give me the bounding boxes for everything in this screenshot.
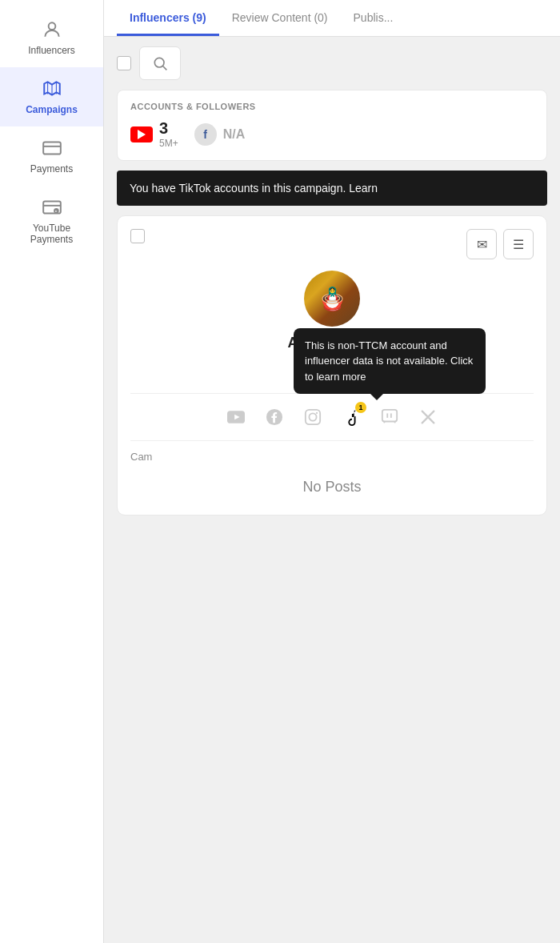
social-twitch-icon[interactable] — [378, 405, 402, 429]
tiktok-tooltip: This is non-TTCM account and influencer … — [294, 328, 486, 395]
cam-text: Cam — [130, 451, 534, 463]
accounts-row: 3 5M+ f N/A — [130, 119, 534, 149]
tab-review-content[interactable]: Review Content (0) — [219, 0, 341, 36]
tab-publis[interactable]: Publis... — [341, 0, 406, 36]
social-facebook-icon[interactable] — [262, 405, 286, 429]
influencer-card: ✉ ☰ 🪆 Al Nusantara ID 1019877 — [117, 215, 547, 516]
facebook-account-item: f N/A — [194, 123, 246, 146]
sidebar-item-youtube-payments-label: YouTubePayments — [30, 223, 73, 245]
youtube-payments-icon — [42, 197, 62, 218]
card-actions: ✉ ☰ — [466, 229, 534, 259]
tiktok-banner-text: You have TikTok accounts in this campaig… — [130, 182, 378, 195]
sidebar-item-campaigns-label: Campaigns — [26, 104, 78, 115]
sidebar-item-campaigns[interactable]: Campaigns — [0, 67, 103, 126]
svg-point-12 — [316, 412, 318, 414]
facebook-na: N/A — [223, 127, 246, 142]
sidebar-item-payments[interactable]: Payments — [0, 126, 103, 186]
tiktok-banner: You have TikTok accounts in this campaig… — [117, 171, 547, 206]
social-tiktok-icon[interactable]: 1 This is non-TTCM account and influence… — [339, 405, 363, 429]
accounts-followers-card: ACCOUNTS & FOLLOWERS 3 5M+ f N/A — [117, 90, 547, 161]
social-youtube-icon[interactable] — [224, 405, 248, 429]
youtube-icon — [130, 126, 153, 142]
sidebar-item-youtube-payments[interactable]: YouTubePayments — [0, 186, 103, 256]
search-icon — [152, 55, 168, 71]
avatar: 🪆 — [304, 271, 360, 327]
influencers-icon — [42, 19, 62, 40]
content-area: ACCOUNTS & FOLLOWERS 3 5M+ f N/A You hav… — [104, 37, 560, 943]
sidebar-item-influencers[interactable]: Influencers — [0, 8, 103, 67]
search-row — [117, 46, 547, 80]
social-twitter-icon[interactable] — [416, 405, 440, 429]
list-button[interactable]: ☰ — [503, 229, 534, 259]
sidebar-item-payments-label: Payments — [30, 163, 73, 175]
campaigns-icon — [42, 78, 62, 99]
svg-rect-10 — [306, 410, 320, 424]
svg-rect-1 — [43, 142, 61, 154]
svg-point-11 — [309, 413, 316, 420]
no-posts-label: No Posts — [130, 463, 534, 502]
influencer-checkbox[interactable] — [130, 229, 145, 243]
avatar-wrapper: 🪆 — [130, 271, 534, 327]
youtube-followers: 5M+ — [159, 138, 178, 149]
youtube-account-item: 3 5M+ — [130, 119, 178, 149]
mail-button[interactable]: ✉ — [466, 229, 497, 259]
main-content: Influencers (9) Review Content (0) Publi… — [104, 0, 560, 943]
list-icon: ☰ — [513, 237, 524, 252]
payments-icon — [42, 138, 62, 159]
sidebar-item-influencers-label: Influencers — [28, 45, 75, 56]
svg-point-0 — [48, 22, 55, 30]
card-header: ✉ ☰ — [130, 229, 534, 259]
card-divider-2 — [130, 440, 534, 441]
avatar-image: 🪆 — [304, 271, 360, 327]
social-instagram-icon[interactable] — [301, 405, 325, 429]
select-all-checkbox[interactable] — [117, 56, 131, 70]
tooltip-text: This is non-TTCM account and influencer … — [305, 339, 473, 383]
youtube-count: 3 — [159, 119, 178, 138]
accounts-section-label: ACCOUNTS & FOLLOWERS — [130, 102, 534, 111]
facebook-icon: f — [194, 123, 217, 146]
sidebar: Influencers Campaigns Payments YouTubePa… — [0, 0, 104, 943]
svg-line-5 — [163, 66, 167, 70]
svg-point-4 — [154, 58, 164, 67]
tiktok-badge: 1 — [355, 402, 366, 413]
social-icons-row: 1 This is non-TTCM account and influence… — [130, 405, 534, 429]
tab-influencers[interactable]: Influencers (9) — [117, 0, 219, 36]
tabs-bar: Influencers (9) Review Content (0) Publi… — [104, 0, 560, 37]
mail-icon: ✉ — [477, 237, 487, 252]
search-box[interactable] — [139, 46, 181, 80]
svg-rect-13 — [382, 410, 397, 422]
